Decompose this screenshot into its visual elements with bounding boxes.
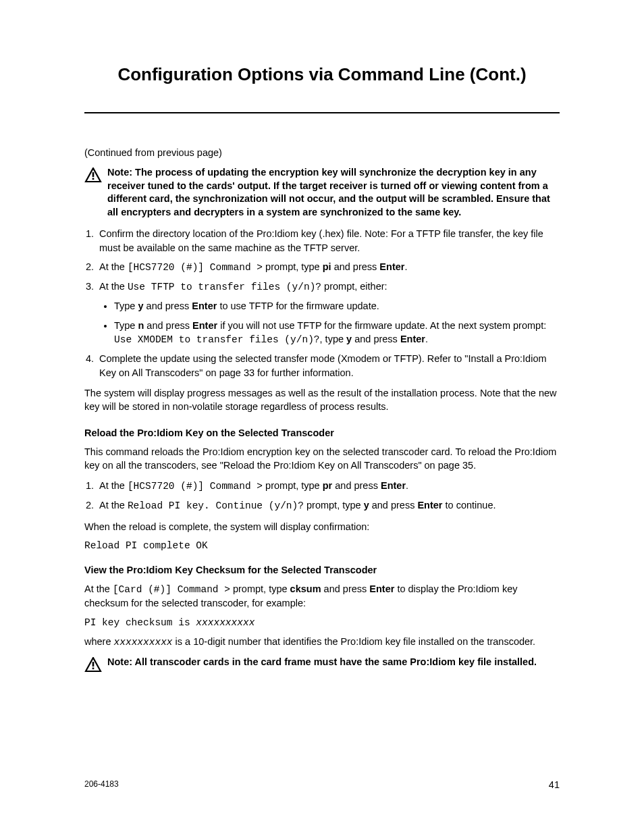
- paragraph-reload-intro: This command reloads the Pro:Idiom encry…: [84, 445, 560, 473]
- step-4: Complete the update using the selected t…: [97, 352, 560, 380]
- continued-label: (Continued from previous page): [84, 147, 560, 158]
- step-3-sublist: Type y and press Enter to use TFTP for t…: [99, 299, 560, 346]
- step-3-sub-1: Type y and press Enter to use TFTP for t…: [114, 299, 560, 313]
- svg-rect-3: [92, 667, 95, 669]
- paragraph-checksum-where: where xxxxxxxxxx is a 10-digit number th…: [84, 635, 560, 649]
- svg-rect-0: [92, 172, 95, 177]
- warning-icon: [84, 657, 102, 672]
- footer-page-number: 41: [549, 779, 560, 790]
- steps-list-1: Confirm the directory location of the Pr…: [84, 227, 560, 380]
- page-footer: 206-4183 41: [84, 779, 560, 790]
- note-text-1: Note: The process of updating the encryp…: [107, 166, 560, 219]
- step-2: At the [HCS7720 (#)] Command > prompt, t…: [97, 260, 560, 274]
- svg-rect-1: [92, 178, 95, 180]
- code-reload-ok: Reload PI complete OK: [84, 540, 560, 551]
- step-3: At the Use TFTP to transfer files (y/n)?…: [97, 280, 560, 346]
- page-title: Configuration Options via Command Line (…: [84, 64, 560, 85]
- steps-list-reload: At the [HCS7720 (#)] Command > prompt, t…: [84, 479, 560, 513]
- subhead-reload: Reload the Pro:Idiom Key on the Selected…: [84, 427, 560, 438]
- paragraph-checksum-intro: At the [Card (#)] Command > prompt, type…: [84, 582, 560, 610]
- footer-docid: 206-4183: [84, 779, 119, 790]
- paragraph-reload-complete: When the reload is complete, the system …: [84, 520, 560, 533]
- step-3-sub-2: Type n and press Enter if you will not u…: [114, 319, 560, 347]
- note-block-2: Note: All transcoder cards in the card f…: [84, 656, 560, 672]
- reload-step-2: At the Reload PI key. Continue (y/n)? pr…: [97, 498, 560, 513]
- subhead-checksum: View the Pro:Idiom Key Checksum for the …: [84, 565, 560, 575]
- divider: [84, 112, 560, 113]
- paragraph-progress: The system will display progress message…: [84, 386, 560, 414]
- note-block-1: Note: The process of updating the encryp…: [84, 166, 560, 219]
- reload-step-1: At the [HCS7720 (#)] Command > prompt, t…: [97, 479, 560, 493]
- warning-icon: [84, 167, 102, 182]
- svg-rect-2: [92, 662, 95, 667]
- code-checksum: PI key checksum is xxxxxxxxxx: [84, 617, 560, 628]
- step-1: Confirm the directory location of the Pr…: [97, 227, 560, 255]
- note-text-2: Note: All transcoder cards in the card f…: [107, 656, 537, 669]
